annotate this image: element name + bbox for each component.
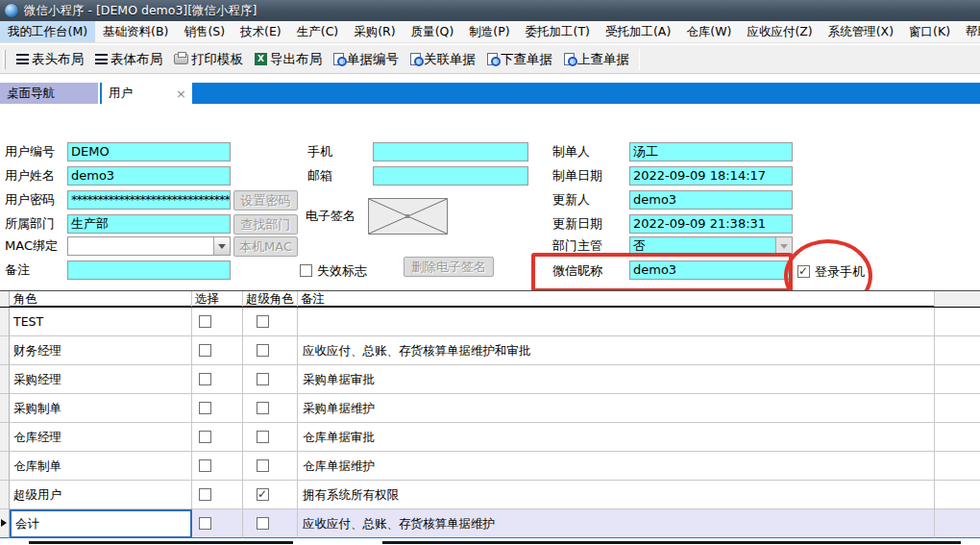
- row-selector[interactable]: [0, 481, 10, 509]
- menu-item-purchase[interactable]: 采购(R): [346, 21, 403, 42]
- table-row[interactable]: 仓库制单 仓库单据维护: [0, 452, 980, 481]
- select-checkbox[interactable]: [199, 373, 211, 385]
- role-cell[interactable]: 财务经理: [10, 336, 192, 365]
- super-role-checkbox[interactable]: [257, 402, 269, 414]
- menu-item-consigned-processing[interactable]: 受托加工(A): [598, 21, 678, 42]
- super-role-checkbox[interactable]: [257, 344, 269, 357]
- select-column-header[interactable]: 选择: [192, 291, 243, 307]
- remark-cell[interactable]: 采购单据审批: [298, 365, 935, 394]
- select-checkbox[interactable]: [199, 344, 211, 357]
- toolbar-button-doc-number[interactable]: 单据编号: [328, 47, 404, 72]
- department-field[interactable]: 生产部: [67, 214, 231, 234]
- menu-item-help[interactable]: 帮助(H): [958, 21, 980, 42]
- table-row-selected[interactable]: 会计 应收应付、总账、存货核算单据维护: [0, 509, 980, 538]
- menu-item-window[interactable]: 窗口(K): [901, 21, 958, 42]
- super-role-checkbox[interactable]: [257, 488, 269, 501]
- delete-signature-button[interactable]: 删除电子签名: [404, 257, 494, 277]
- row-selector[interactable]: [0, 336, 10, 365]
- chevron-down-icon[interactable]: [775, 237, 792, 255]
- menu-item-technology[interactable]: 技术(E): [233, 21, 289, 42]
- create-date-field[interactable]: 2022-09-09 18:14:17: [629, 166, 793, 186]
- menu-item-manufacture[interactable]: 制造(P): [461, 21, 517, 42]
- dept-manager-select[interactable]: 否: [629, 236, 793, 256]
- remark-cell[interactable]: 拥有系统所有权限: [298, 481, 935, 509]
- select-checkbox[interactable]: [199, 517, 211, 530]
- remark-column-header[interactable]: 备注: [298, 291, 935, 307]
- toolbar-button-drill-down-docs[interactable]: 下查单据: [481, 47, 558, 72]
- menu-item-ap-ar[interactable]: 应收应付(Z): [739, 21, 820, 42]
- toolbar-button-drill-up-docs[interactable]: 上查单据: [558, 47, 635, 72]
- local-mac-button[interactable]: 本机MAC: [233, 236, 298, 257]
- row-selector[interactable]: [0, 308, 10, 336]
- mac-binding-select[interactable]: [67, 236, 231, 256]
- remark-cell[interactable]: 仓库单据审批: [298, 423, 935, 452]
- row-selector[interactable]: [0, 365, 10, 394]
- row-selector[interactable]: [0, 509, 10, 538]
- user-code-field[interactable]: DEMO: [67, 142, 231, 161]
- remark-cell[interactable]: 采购单据维护: [298, 394, 935, 423]
- signature-box[interactable]: [368, 198, 448, 235]
- super-role-checkbox[interactable]: [257, 431, 269, 443]
- select-checkbox[interactable]: [199, 315, 211, 328]
- menu-item-outsource-processing[interactable]: 委托加工(T): [518, 21, 598, 42]
- select-checkbox[interactable]: [199, 431, 211, 443]
- creator-field[interactable]: 汤工: [629, 142, 793, 161]
- toolbar-button-header-layout[interactable]: 表头布局: [11, 47, 89, 72]
- select-checkbox[interactable]: [199, 488, 211, 501]
- table-row[interactable]: 财务经理 应收应付、总账、存货核算单据维护和审批: [0, 336, 980, 365]
- role-column-header[interactable]: 角色: [10, 291, 192, 307]
- menu-item-basic-data[interactable]: 基础资料(B): [95, 21, 176, 42]
- toolbar-button-related-docs[interactable]: 关联单据: [404, 47, 481, 72]
- select-checkbox[interactable]: [199, 402, 211, 414]
- menu-item-warehouse[interactable]: 仓库(W): [678, 21, 739, 42]
- role-cell-focused[interactable]: 会计: [10, 509, 192, 538]
- table-row[interactable]: TEST: [0, 308, 980, 336]
- menu-item-my-workbench[interactable]: 我的工作台(M): [0, 21, 95, 42]
- remark-cell[interactable]: 应收应付、总账、存货核算单据维护和审批: [298, 336, 935, 365]
- super-role-checkbox[interactable]: [257, 517, 269, 530]
- row-selector[interactable]: [0, 394, 10, 423]
- role-cell[interactable]: 仓库经理: [10, 423, 192, 452]
- user-name-field[interactable]: demo3: [67, 166, 231, 186]
- tab-desktop-navigation[interactable]: 桌面导航: [0, 83, 100, 104]
- email-field[interactable]: [373, 166, 528, 186]
- set-password-button[interactable]: 设置密码: [233, 190, 298, 211]
- table-row[interactable]: 超级用户 拥有系统所有权限: [0, 481, 980, 509]
- close-icon[interactable]: ×: [176, 84, 186, 104]
- menu-item-system-admin[interactable]: 系统管理(X): [821, 21, 901, 42]
- update-date-field[interactable]: 2022-09-09 21:38:31: [629, 214, 793, 234]
- menu-item-quality[interactable]: 质量(Q): [404, 21, 462, 42]
- table-row[interactable]: 采购制单 采购单据维护: [0, 394, 980, 423]
- table-row[interactable]: 采购经理 采购单据审批: [0, 365, 980, 394]
- remark-cell[interactable]: 应收应付、总账、存货核算单据维护: [298, 509, 935, 538]
- updater-field[interactable]: demo3: [629, 190, 793, 210]
- remark-cell[interactable]: 仓库单据维护: [298, 452, 935, 481]
- role-cell[interactable]: 超级用户: [10, 481, 192, 509]
- tab-user[interactable]: 用户 ×: [102, 83, 192, 104]
- invalid-flag-checkbox[interactable]: [300, 264, 312, 277]
- role-cell[interactable]: 仓库制单: [10, 452, 192, 481]
- role-cell[interactable]: 采购制单: [10, 394, 192, 423]
- remark-cell[interactable]: [298, 308, 935, 336]
- user-password-field[interactable]: ******************************: [67, 190, 231, 210]
- find-department-button[interactable]: 查找部门: [233, 214, 298, 235]
- role-cell[interactable]: TEST: [10, 308, 192, 336]
- menu-item-sales[interactable]: 销售(S): [176, 21, 233, 42]
- chevron-down-icon[interactable]: [213, 237, 230, 255]
- mobile-field[interactable]: [373, 142, 528, 161]
- wechat-nickname-field[interactable]: demo3: [629, 260, 793, 280]
- select-checkbox[interactable]: [199, 459, 211, 472]
- toolbar-button-print-template[interactable]: 打印模板: [168, 47, 249, 72]
- super-role-column-header[interactable]: 超级角色: [243, 291, 298, 307]
- table-row[interactable]: 仓库经理 仓库单据审批: [0, 423, 980, 452]
- super-role-checkbox[interactable]: [257, 315, 269, 328]
- menu-item-production[interactable]: 生产(C): [289, 21, 346, 42]
- row-selector[interactable]: [0, 423, 10, 452]
- role-cell[interactable]: 采购经理: [10, 365, 192, 394]
- remark-field[interactable]: [67, 260, 231, 280]
- row-selector[interactable]: [0, 452, 10, 481]
- super-role-checkbox[interactable]: [257, 459, 269, 472]
- toolbar-button-export-layout[interactable]: X 导出布局: [249, 47, 328, 72]
- super-role-checkbox[interactable]: [257, 373, 269, 385]
- login-phone-checkbox[interactable]: [797, 265, 810, 278]
